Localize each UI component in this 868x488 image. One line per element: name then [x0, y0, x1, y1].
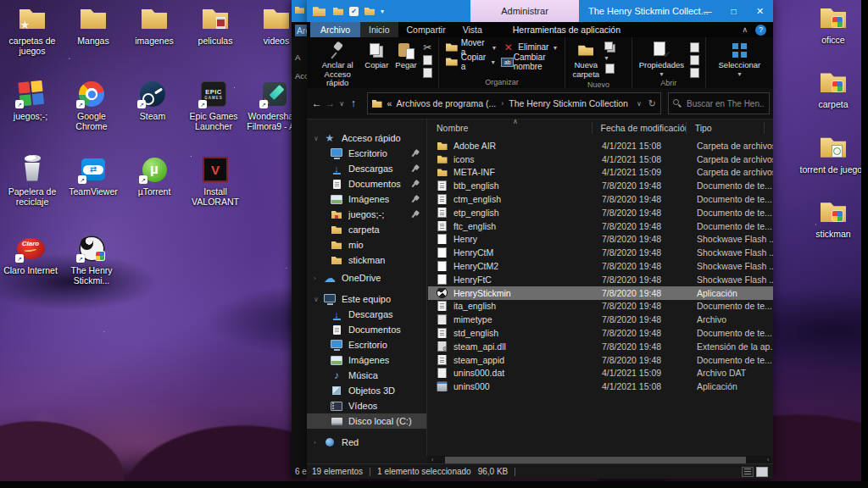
qat-new-folder-icon[interactable]	[364, 7, 375, 15]
nav-section-this-pc[interactable]: ∨ Este equipo	[307, 291, 426, 307]
background-explorer-window[interactable]: Arc A Acc 6 e	[292, 0, 307, 479]
column-header-type[interactable]: Tipo	[687, 122, 765, 134]
nav-item[interactable]: stickman	[307, 252, 426, 268]
select-button[interactable]: Seleccionar ▼	[716, 40, 764, 78]
expand-chevron-icon[interactable]: ›	[314, 439, 324, 446]
file-row[interactable]: steam_api.dll 7/8/2020 19:48 Extensión d…	[428, 340, 773, 353]
file-row[interactable]: ftc_english 7/8/2020 19:48 Documento de …	[428, 219, 773, 233]
easy-access-icon[interactable]	[606, 64, 614, 73]
copy-button[interactable]: Copiar	[362, 40, 391, 71]
desktop-icon[interactable]: Papelera de reciclaje	[2, 155, 63, 208]
file-row[interactable]: mimetype 7/8/2020 19:48 Archivo	[428, 313, 773, 326]
nav-item[interactable]: Escritorio	[307, 337, 426, 352]
ribbon-tab[interactable]: Inicio	[360, 22, 398, 37]
file-row[interactable]: HenryCtM2 7/8/2020 19:48 Shockwave Flash…	[428, 259, 773, 273]
desktop-icon[interactable]: Steam	[122, 80, 183, 121]
cut-icon[interactable]	[421, 42, 434, 53]
ribbon-tab[interactable]: Vista	[454, 22, 491, 37]
desktop-icon[interactable]: stickman	[803, 197, 864, 239]
file-row[interactable]: steam_appid 7/8/2020 19:48 Documento de …	[428, 353, 773, 367]
column-header-date[interactable]: Fecha de modificación	[593, 122, 687, 134]
nav-item[interactable]: Descargas	[307, 307, 426, 322]
file-row[interactable]: unins000.dat 4/1/2021 15:09 Archivo DAT	[428, 367, 773, 380]
close-button[interactable]: ✕	[747, 0, 773, 22]
file-row[interactable]: Adobe AIR 4/1/2021 15:08 Carpeta de arch…	[428, 139, 773, 152]
refresh-icon[interactable]: ↻	[648, 98, 656, 109]
edit-icon[interactable]	[691, 56, 698, 64]
administrar-contextual-tab[interactable]: Administrar	[470, 0, 579, 22]
nav-item[interactable]: carpeta	[307, 222, 426, 237]
new-item-icon[interactable]	[604, 42, 616, 53]
desktop-icon[interactable]: Google Chrome	[61, 80, 122, 132]
copy-to-button[interactable]: Copiar a▼	[443, 54, 498, 69]
nav-item[interactable]: Disco local (C:)	[307, 413, 426, 429]
collapse-ribbon-icon[interactable]: ∧	[742, 25, 748, 34]
desktop-icon[interactable]: carpetas de juegos	[2, 4, 63, 57]
nav-item[interactable]: Música	[307, 368, 426, 383]
back-button[interactable]: ←	[310, 97, 324, 109]
desktop-icon[interactable]: The Henry Stickmi...	[61, 234, 122, 286]
desktop-icon[interactable]: juegos;-;	[0, 80, 61, 121]
desktop-icon[interactable]: torrent de juegos	[797, 133, 868, 175]
nav-item[interactable]: Documentos	[307, 322, 426, 337]
desktop-icon[interactable]: carpeta	[803, 68, 864, 109]
copy-path-icon[interactable]	[424, 56, 431, 64]
nav-section-quick-access[interactable]: ∨ Acceso rápido	[307, 130, 426, 146]
nav-item[interactable]: Imágenes	[307, 352, 426, 368]
nav-item[interactable]: Imágenes	[307, 191, 426, 207]
rename-button[interactable]: Cambiar nombre	[498, 54, 560, 69]
history-icon[interactable]	[691, 69, 698, 77]
expand-chevron-icon[interactable]: ›	[314, 274, 324, 282]
nav-item[interactable]: Objetos 3D	[307, 383, 426, 398]
address-bar[interactable]: « Archivos de programa (... › The Henry …	[367, 92, 661, 114]
breadcrumb-current[interactable]: The Henry Stickmin Collection	[509, 98, 628, 108]
ribbon-tab[interactable]: Herramientas de aplicación	[504, 22, 629, 37]
qat-folder-icon[interactable]	[333, 7, 343, 15]
nav-item[interactable]: Documentos	[307, 176, 426, 191]
forward-button[interactable]: →	[324, 97, 337, 109]
paste-shortcut-icon[interactable]	[424, 69, 431, 77]
ribbon-tab[interactable]: Archivo	[310, 22, 360, 37]
desktop-icon[interactable]: peliculas	[185, 4, 246, 46]
nav-section-onedrive[interactable]: › OneDrive	[307, 270, 426, 286]
nav-item[interactable]: mio	[307, 237, 426, 252]
column-header-size[interactable]: T	[765, 122, 773, 134]
file-row[interactable]: HenryStickmin 7/8/2020 19:48 Aplicación	[428, 286, 773, 300]
file-row[interactable]: btb_english 7/8/2020 19:48 Documento de …	[428, 179, 773, 192]
help-icon[interactable]: ?	[755, 25, 766, 36]
file-row[interactable]: etp_english 7/8/2020 19:48 Documento de …	[428, 206, 773, 219]
maximize-button[interactable]: □	[721, 0, 747, 22]
nav-item[interactable]: Vídeos	[307, 398, 426, 413]
up-button[interactable]: ↑	[347, 97, 360, 109]
qat-dropdown-icon[interactable]: ▾	[381, 8, 384, 15]
pin-to-quick-access-button[interactable]: Anclar al Acceso rápido	[314, 40, 360, 89]
file-row[interactable]: std_english 7/8/2020 19:48 Documento de …	[428, 326, 773, 340]
new-folder-button[interactable]: Nueva carpeta	[570, 40, 602, 80]
desktop-icon[interactable]: oficce	[803, 3, 864, 45]
properties-button[interactable]: Propiedades ▼	[637, 40, 687, 78]
desktop-icon[interactable]: Install VALORANT	[185, 155, 246, 208]
desktop-icon[interactable]: imagenes	[124, 4, 185, 46]
breadcrumb-parent[interactable]: Archivos de programa (...	[396, 98, 496, 108]
desktop-icon[interactable]: Epic Games Launcher	[183, 80, 244, 132]
nav-item[interactable]: Descargas	[307, 161, 426, 176]
expand-chevron-icon[interactable]: ∨	[314, 135, 324, 142]
file-row[interactable]: Henry 7/8/2020 19:48 Shockwave Flash ...	[428, 233, 773, 247]
nav-item[interactable]: Escritorio	[307, 146, 426, 161]
scrollbar-thumb[interactable]	[445, 457, 746, 463]
nav-section-network[interactable]: › Red	[307, 435, 426, 450]
address-dropdown-icon[interactable]: ∨	[637, 100, 642, 108]
open-item-icon[interactable]	[691, 43, 698, 52]
file-row[interactable]: ita_english 7/8/2020 19:48 Documento de …	[428, 300, 773, 313]
desktop-icon[interactable]: Claro Internet	[0, 234, 61, 275]
desktop-icon[interactable]: TeamViewer	[63, 155, 124, 197]
nav-item[interactable]: juegos;-;	[307, 207, 426, 222]
minimize-button[interactable]: —	[694, 0, 721, 22]
thumbnails-view-icon[interactable]	[756, 467, 768, 477]
paste-button[interactable]: Pegar	[392, 40, 419, 71]
desktop-icon[interactable]: Mangas	[63, 4, 124, 46]
file-row[interactable]: icons 4/1/2021 15:08 Carpeta de archivos	[428, 152, 773, 166]
file-row[interactable]: META-INF 4/1/2021 15:09 Carpeta de archi…	[428, 166, 773, 180]
search-box[interactable]: Buscar en The Hen...	[668, 92, 770, 114]
recent-locations-icon[interactable]: ∨	[337, 100, 347, 108]
